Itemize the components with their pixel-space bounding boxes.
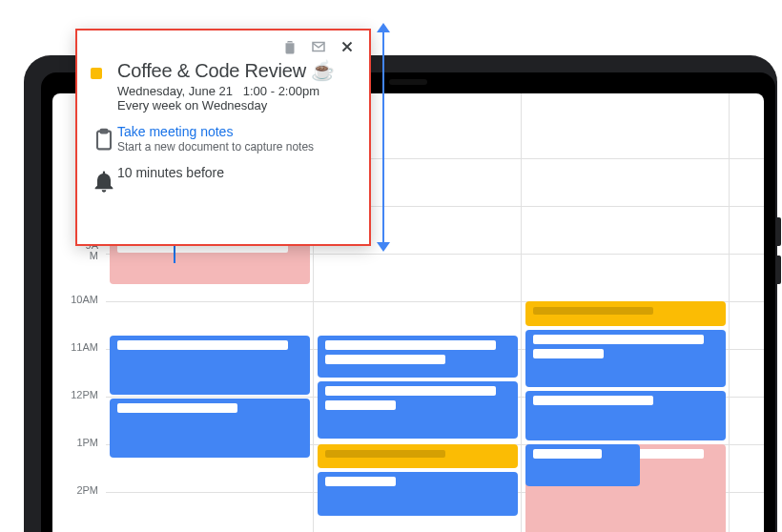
event-detail-popup: Coffee & Code Review ☕ Wednesday, June 2… bbox=[75, 29, 371, 246]
email-icon[interactable] bbox=[310, 38, 327, 55]
popup-connector bbox=[174, 246, 175, 263]
calendar-event[interactable] bbox=[525, 301, 726, 326]
calendar-event[interactable] bbox=[318, 472, 518, 516]
take-notes-link[interactable]: Take meeting notes bbox=[117, 124, 356, 139]
calendar-event[interactable] bbox=[318, 336, 518, 378]
event-recurrence: Every week on Wednesday bbox=[117, 98, 356, 113]
resize-handle-arrow[interactable] bbox=[377, 23, 390, 252]
calendar-event[interactable] bbox=[318, 444, 518, 468]
event-color-marker bbox=[91, 68, 102, 79]
event-title: Coffee & Code Review ☕ bbox=[117, 59, 356, 82]
hour-label-11: 11AM bbox=[52, 341, 98, 353]
tablet-camera bbox=[389, 79, 427, 85]
popup-actions bbox=[91, 38, 356, 55]
calendar-event[interactable] bbox=[110, 399, 310, 458]
reminder-text: 10 minutes before bbox=[117, 165, 356, 180]
calendar-event[interactable] bbox=[110, 336, 310, 395]
hour-label-10: 10AM bbox=[52, 294, 98, 305]
hour-label-13: 1PM bbox=[52, 437, 98, 448]
close-icon[interactable] bbox=[339, 38, 356, 55]
svg-rect-0 bbox=[97, 132, 111, 150]
event-datetime: Wednesday, June 21 1:00 - 2:00pm bbox=[117, 84, 356, 98]
calendar-event[interactable] bbox=[525, 330, 726, 387]
bell-icon bbox=[91, 165, 117, 194]
delete-icon[interactable] bbox=[281, 38, 298, 55]
hour-label-12: 12PM bbox=[52, 389, 98, 400]
clipboard-icon bbox=[91, 124, 117, 153]
hour-label-14: 2PM bbox=[52, 484, 98, 496]
take-notes-subtitle: Start a new document to capture notes bbox=[117, 140, 356, 153]
calendar-event[interactable] bbox=[318, 381, 518, 439]
calendar-event[interactable] bbox=[525, 391, 726, 440]
tablet-side-button bbox=[777, 256, 781, 284]
calendar-event[interactable] bbox=[525, 444, 640, 486]
tablet-side-button bbox=[777, 217, 781, 246]
arrow-down-icon bbox=[377, 242, 390, 252]
